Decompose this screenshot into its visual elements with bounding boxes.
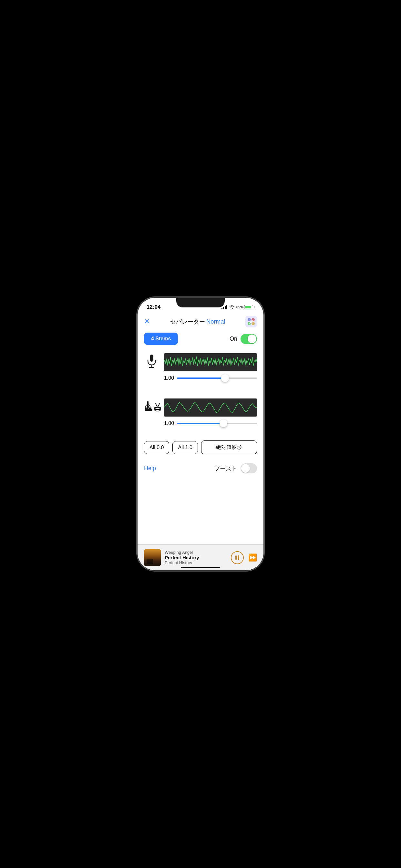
toggle-row: On [229, 334, 257, 344]
vocal-slider-thumb[interactable] [221, 374, 229, 382]
instrumental-slider-fill [177, 423, 223, 424]
instrumental-slider-row: 1.00 [144, 421, 257, 426]
page-title: セパレーター [170, 318, 205, 325]
help-link[interactable]: Help [144, 465, 156, 472]
instrumental-icon [144, 399, 159, 416]
boost-row: ブースト [214, 463, 257, 473]
status-icons: 85% [221, 305, 254, 309]
phone-screen: 12:04 85% [137, 298, 264, 570]
boost-label: ブースト [214, 465, 237, 472]
svg-line-21 [156, 404, 158, 407]
phone-frame: 12:04 85% [137, 298, 264, 570]
instrumental-track-row [144, 399, 257, 416]
instrumental-slider-value: 1.00 [164, 421, 177, 426]
playback-buttons: ⏩ [231, 551, 257, 564]
vocal-track-section: 1.00 [137, 350, 264, 395]
all-one-button[interactable]: All 1.0 [173, 441, 197, 454]
now-playing-bar: Weeping Angel Perfect History Perfect Hi… [137, 545, 264, 570]
pause-icon [235, 555, 239, 560]
mode-label: Normal [206, 318, 225, 325]
controls-row: 4 Stems On [137, 331, 264, 350]
svg-rect-15 [150, 407, 151, 409]
header: ✕ セパレーター Normal [137, 313, 264, 331]
vocal-track-row [144, 353, 257, 371]
instrumental-track-section: 1.00 [137, 395, 264, 440]
svg-line-22 [158, 404, 159, 407]
vocal-slider-track[interactable] [177, 377, 257, 379]
main-toggle[interactable] [241, 334, 257, 344]
album-art-image [144, 549, 161, 566]
close-button[interactable]: ✕ [144, 318, 150, 325]
vocal-icon [144, 353, 159, 371]
all-zero-button[interactable]: All 0.0 [144, 441, 169, 454]
vocal-waveform [164, 353, 257, 371]
track-artist: Weeping Angel [165, 550, 227, 555]
pause-button[interactable] [231, 551, 244, 564]
track-title: Perfect History [165, 555, 227, 560]
help-boost-row: Help ブースト [137, 461, 264, 476]
app-icon[interactable] [245, 316, 257, 328]
vocal-slider-fill [177, 377, 225, 379]
bottom-buttons: All 0.0 All 1.0 絶対値波形 [137, 440, 264, 461]
stems-button[interactable]: 4 Stems [144, 333, 178, 345]
toggle-knob [248, 335, 256, 343]
battery-label: 85% [236, 305, 243, 309]
toggle-label: On [229, 336, 237, 342]
home-indicator [181, 567, 220, 568]
battery-indicator: 85% [236, 305, 254, 309]
instrumental-waveform [164, 399, 257, 416]
track-info: Weeping Angel Perfect History Perfect Hi… [165, 550, 227, 565]
svg-point-18 [147, 406, 149, 408]
svg-rect-23 [164, 399, 257, 416]
abs-waveform-button[interactable]: 絶対値波形 [201, 440, 257, 454]
instrumental-slider-track[interactable] [177, 423, 257, 424]
notch [176, 298, 225, 307]
status-time: 12:04 [147, 304, 160, 310]
album-art [144, 549, 161, 566]
svg-rect-7 [150, 354, 153, 362]
instrumental-slider-thumb[interactable] [220, 420, 227, 427]
track-album: Perfect History [165, 560, 227, 565]
fast-forward-button[interactable]: ⏩ [248, 554, 257, 562]
vocal-slider-row: 1.00 [144, 375, 257, 381]
wifi-icon [229, 305, 235, 309]
boost-toggle[interactable] [241, 463, 257, 473]
header-title-area: セパレーター Normal [170, 318, 225, 326]
boost-toggle-knob [241, 464, 250, 473]
vocal-slider-value: 1.00 [164, 375, 177, 381]
